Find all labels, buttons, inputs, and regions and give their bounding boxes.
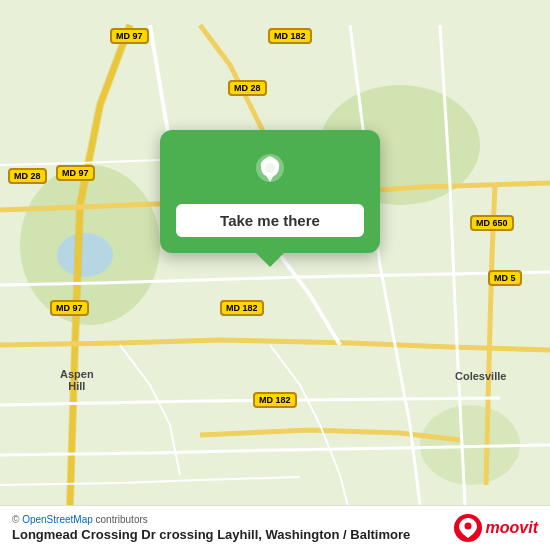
bottom-left: © OpenStreetMap contributors Longmead Cr…	[12, 514, 410, 542]
attribution: © OpenStreetMap contributors	[12, 514, 410, 525]
badge-md5: MD 5	[488, 270, 522, 286]
badge-md97-mid: MD 97	[56, 165, 95, 181]
badge-md97-bot: MD 97	[50, 300, 89, 316]
map-container: MD 97 MD 182 MD 28 MD 28 MD 97 MD 650 MD…	[0, 0, 550, 550]
moovit-icon	[454, 514, 482, 542]
roads-svg	[0, 0, 550, 550]
place-colesville: Colesville	[455, 370, 506, 382]
badge-md182-bot: MD 182	[253, 392, 297, 408]
badge-md650: MD 650	[470, 215, 514, 231]
badge-md28-top: MD 28	[228, 80, 267, 96]
badge-md182-mid: MD 182	[220, 300, 264, 316]
bottom-bar: © OpenStreetMap contributors Longmead Cr…	[0, 505, 550, 550]
moovit-text: moovit	[486, 519, 538, 537]
popup-card: Take me there	[160, 130, 380, 253]
location-label: Longmead Crossing Dr crossing Layhill, W…	[12, 527, 410, 542]
moovit-pin-icon	[458, 517, 478, 539]
badge-md97-top: MD 97	[110, 28, 149, 44]
badge-md182-top: MD 182	[268, 28, 312, 44]
badge-md28-left: MD 28	[8, 168, 47, 184]
moovit-logo[interactable]: moovit	[454, 514, 538, 542]
place-aspen-hill: Aspen Hill	[60, 368, 94, 392]
svg-point-7	[464, 523, 471, 530]
osm-link[interactable]: OpenStreetMap	[22, 514, 93, 525]
svg-point-3	[57, 233, 113, 277]
take-me-there-button[interactable]: Take me there	[176, 204, 364, 237]
location-pin-icon	[248, 150, 292, 194]
